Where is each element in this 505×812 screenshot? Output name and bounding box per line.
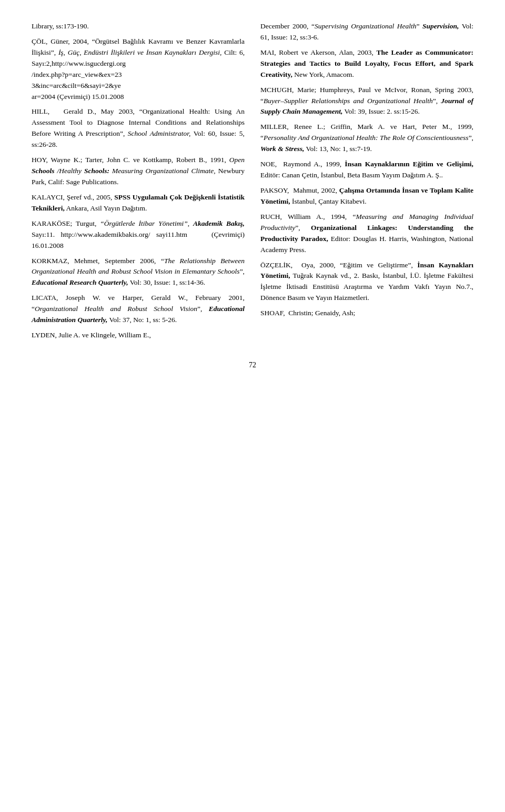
ref-ruch-text: RUCH, William A., 1994, “Measuring and M…: [260, 213, 473, 254]
ref-miller-text: MILLER, Renee L.; Griffin, Mark A. ve Ha…: [260, 123, 473, 153]
ref-ozcelic-text: ÖZÇELİK, Oya, 2000, “Eğitim ve Geliştirm…: [260, 261, 473, 302]
page-number-text: 72: [249, 361, 256, 369]
ref-ruch: RUCH, William A., 1994, “Measuring and M…: [260, 212, 473, 256]
ref-shoaf-text: SHOAF, Christin; Genaidy, Ash;: [260, 309, 355, 317]
ref-paksoy: PAKSOY, Mahmut, 2002, Çalışma Ortamında …: [260, 185, 473, 207]
ref-december-text: December 2000, “Supervising Organization…: [260, 22, 473, 41]
ref-karakose: KARAKÖSE; Turgut, “Örgütlerde İtibar Yön…: [32, 218, 245, 252]
ref-hoy-text: HOY, Wayne K.; Tarter, John C. ve Kottka…: [32, 156, 245, 186]
ref-paksoy-text: PAKSOY, Mahmut, 2002, Çalışma Ortamında …: [260, 186, 473, 205]
ref-hill: HILL, Gerald D., May 2003, “Organization…: [32, 106, 245, 151]
ref-library-text: Library, ss:173-190.: [32, 22, 89, 30]
ref-col-gunes: ÇÖL, Güner, 2004, “Örgütsel Bağlılık Kav…: [32, 36, 245, 103]
ref-mai: MAI, Robert ve Akerson, Alan, 2003, The …: [260, 47, 473, 81]
ref-licata: LICATA, Joseph W. ve Harper, Gerald W., …: [32, 293, 245, 326]
ref-shoaf: SHOAF, Christin; Genaidy, Ash;: [260, 308, 473, 319]
ref-karakose-text: KARAKÖSE; Turgut, “Örgütlerde İtibar Yön…: [32, 219, 245, 249]
ref-korkmaz-text: KORKMAZ, Mehmet, September 2006, “The Re…: [32, 257, 245, 287]
left-column: Library, ss:173-190. ÇÖL, Güner, 2004, “…: [32, 21, 245, 345]
ref-licata-text: LICATA, Joseph W. ve Harper, Gerald W., …: [32, 294, 245, 324]
ref-kalayci: KALAYCI, Şeref vd., 2005, SPSS Uygulamal…: [32, 192, 245, 214]
ref-ozcelic: ÖZÇELİK, Oya, 2000, “Eğitim ve Geliştirm…: [260, 260, 473, 304]
ref-hill-text: HILL, Gerald D., May 2003, “Organization…: [32, 107, 245, 148]
ref-korkmaz: KORKMAZ, Mehmet, September 2006, “The Re…: [32, 256, 245, 289]
ref-miller: MILLER, Renee L.; Griffin, Mark A. ve Ha…: [260, 122, 473, 155]
ref-noe-text: NOE, Raymond A., 1999, İnsan Kaynakların…: [260, 160, 473, 179]
content-columns: Library, ss:173-190. ÇÖL, Güner, 2004, “…: [32, 21, 473, 345]
ref-december: December 2000, “Supervising Organization…: [260, 21, 473, 43]
ref-lyden: LYDEN, Julie A. ve Klingele, William E.,: [32, 330, 245, 341]
ref-hoy: HOY, Wayne K.; Tarter, John C. ve Kottka…: [32, 155, 245, 188]
right-column: December 2000, “Supervising Organization…: [260, 21, 473, 345]
ref-lyden-text: LYDEN, Julie A. ve Klingele, William E.,: [32, 331, 151, 339]
ref-mchugh-text: MCHUGH, Marie; Humphreys, Paul ve McIvor…: [260, 86, 473, 116]
ref-mchugh: MCHUGH, Marie; Humphreys, Paul ve McIvor…: [260, 85, 473, 118]
ref-kalayci-text: KALAYCI, Şeref vd., 2005, SPSS Uygulamal…: [32, 193, 245, 212]
page-number: 72: [32, 361, 473, 369]
ref-mai-text: MAI, Robert ve Akerson, Alan, 2003, The …: [260, 48, 473, 78]
ref-col-gunes-text: ÇÖL, Güner, 2004, “Örgütsel Bağlılık Kav…: [32, 37, 245, 101]
page: Library, ss:173-190. ÇÖL, Güner, 2004, “…: [0, 0, 505, 812]
ref-noe: NOE, Raymond A., 1999, İnsan Kaynakların…: [260, 159, 473, 181]
ref-library: Library, ss:173-190.: [32, 21, 245, 32]
